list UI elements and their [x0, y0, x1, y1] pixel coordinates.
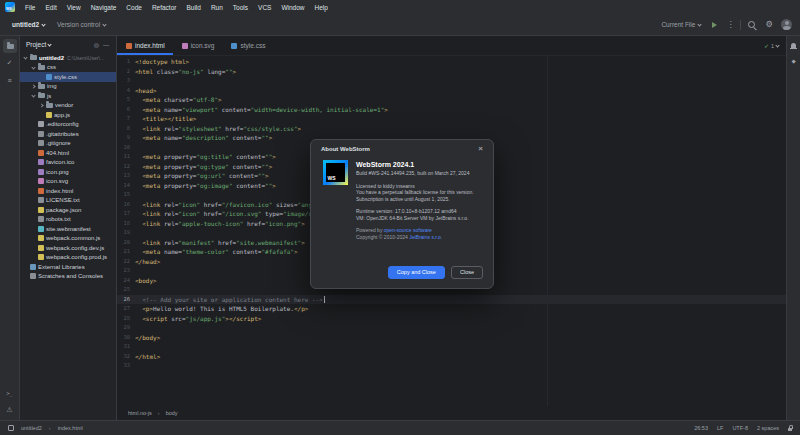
tree-item-icon.svg[interactable]: icon.svg — [20, 177, 116, 187]
tree-label: package.json — [46, 207, 81, 213]
notifications-icon[interactable] — [789, 40, 799, 50]
code-line-3[interactable]: 3 — [117, 76, 786, 86]
tree-item-img[interactable]: img — [20, 82, 116, 92]
file-encoding[interactable]: UTF-8 — [732, 425, 748, 431]
code-line-2[interactable]: 2<html class="no-js" lang=""> — [117, 67, 786, 77]
tree-item-app.js[interactable]: app.js — [20, 110, 116, 120]
project-widget[interactable]: untitled2 — [8, 19, 49, 30]
tab-index.html[interactable]: index.html — [117, 36, 173, 55]
code-line-8[interactable]: 8 <link rel="stylesheet" href="css/style… — [117, 124, 786, 134]
tree-item-Scratches and Consoles[interactable]: Scratches and Consoles — [20, 272, 116, 282]
commit-tool-icon[interactable]: ✓ — [3, 56, 17, 70]
code-line-27[interactable]: 27 <p>Hello world! This is HTML5 Boilerp… — [117, 304, 786, 314]
line-separator[interactable]: LF — [717, 425, 723, 431]
dialog-close-button[interactable]: × — [478, 145, 483, 153]
tree-item-favicon.ico[interactable]: favicon.ico — [20, 158, 116, 168]
line-number: 10 — [117, 143, 135, 153]
status-crumb-index.html[interactable]: index.html — [56, 424, 85, 432]
tree-label: style.css — [54, 74, 77, 80]
code-line-7[interactable]: 7 <title></title> — [117, 114, 786, 124]
tree-item-robots.txt[interactable]: robots.txt — [20, 215, 116, 225]
code-line-6[interactable]: 6 <meta name="viewport" content="width=d… — [117, 105, 786, 115]
settings-button[interactable]: ⚙ — [763, 20, 775, 29]
menu-help[interactable]: Help — [310, 3, 333, 12]
menu-navigate[interactable]: Navigate — [86, 3, 122, 12]
code-line-31[interactable]: 31 — [117, 342, 786, 352]
menu-code[interactable]: Code — [121, 3, 147, 12]
caret-position[interactable]: 26:53 — [694, 425, 708, 431]
tree-item-.gitignore[interactable]: .gitignore — [20, 139, 116, 149]
powered-prefix: Powered by — [356, 227, 384, 233]
menu-run[interactable]: Run — [206, 3, 228, 12]
tree-item-404.html[interactable]: 404.html — [20, 148, 116, 158]
tree-item-css[interactable]: css — [20, 63, 116, 73]
code-line-1[interactable]: 1<!doctype html> — [117, 57, 786, 67]
copy-and-close-button[interactable]: Copy and Close — [388, 266, 445, 280]
project-name: untitled2 — [12, 21, 39, 28]
tree-item-.gitattributes[interactable]: .gitattributes — [20, 129, 116, 139]
menu-build[interactable]: Build — [181, 3, 205, 12]
tree-item-index.html[interactable]: index.html — [20, 186, 116, 196]
menu-file[interactable]: File — [20, 3, 40, 12]
indent-style[interactable]: 2 spaces — [757, 425, 779, 431]
tree-item-style.css[interactable]: style.css — [20, 72, 116, 82]
ai-assistant-icon[interactable]: ◆ — [789, 56, 799, 66]
open-source-link[interactable]: open-source software — [384, 227, 432, 233]
code-line-4[interactable]: 4<head> — [117, 86, 786, 96]
tool-window-switcher-icon[interactable] — [8, 425, 14, 431]
tree-label: app.js — [54, 112, 70, 118]
code-line-32[interactable]: 32</html> — [117, 352, 786, 362]
tree-item-js[interactable]: js — [20, 91, 116, 101]
tree-item-LICENSE.txt[interactable]: LICENSE.txt — [20, 196, 116, 206]
tree-label: External Libraries — [38, 264, 85, 270]
code-line-28[interactable]: 28 <script src="js/app.js"></script> — [117, 314, 786, 324]
hide-panel-icon[interactable]: — — [102, 42, 110, 48]
tree-item-icon.png[interactable]: icon.png — [20, 167, 116, 177]
menu-view[interactable]: View — [62, 3, 86, 12]
close-button[interactable]: Close — [451, 266, 483, 280]
breadcrumb-body[interactable]: body — [164, 409, 180, 417]
tree-item-vendor[interactable]: vendor — [20, 101, 116, 111]
readonly-lock-icon[interactable] — [788, 428, 792, 431]
project-panel-title[interactable]: Project — [26, 41, 46, 48]
vcs-widget[interactable]: Version control — [53, 19, 110, 30]
code-line-33[interactable]: 33 — [117, 361, 786, 371]
tree-item-site.webmanifest[interactable]: site.webmanifest — [20, 224, 116, 234]
tree-item-webpack.common.js[interactable]: webpack.common.js — [20, 234, 116, 244]
menu-window[interactable]: Window — [276, 3, 309, 12]
tree-item-package.json[interactable]: package.json — [20, 205, 116, 215]
run-button[interactable] — [712, 22, 717, 28]
tree-item-webpack.config.dev.js[interactable]: webpack.config.dev.js — [20, 243, 116, 253]
breadcrumb-html.no-js[interactable]: html.no-js — [126, 409, 154, 417]
code-text: <link rel="apple-touch-icon" href="icon.… — [135, 219, 305, 229]
menu-vcs[interactable]: VCS — [253, 3, 276, 12]
tree-item-webpack.config.prod.js[interactable]: webpack.config.prod.js — [20, 253, 116, 263]
search-everywhere-button[interactable] — [747, 20, 757, 30]
locate-file-icon[interactable]: ◎ — [93, 41, 100, 48]
terminal-tool-icon[interactable]: >_ — [3, 386, 17, 400]
structure-tool-icon[interactable]: ≡ — [3, 73, 17, 87]
tree-item-untitled2[interactable]: untitled2C:\Users\User\WebstormProjects\… — [20, 53, 116, 63]
code-line-5[interactable]: 5 <meta charset="utf-8"> — [117, 95, 786, 105]
tab-style.css[interactable]: style.css — [222, 36, 273, 55]
inspections-widget[interactable]: ✓ 1 — [764, 42, 786, 49]
menu-edit[interactable]: Edit — [40, 3, 61, 12]
menu-tools[interactable]: Tools — [228, 3, 253, 12]
tab-icon.svg[interactable]: icon.svg — [173, 36, 223, 55]
code-text: <link rel="stylesheet" href="css/style.c… — [135, 124, 301, 134]
code-line-26[interactable]: 26 <!-- Add your site or application con… — [117, 295, 786, 305]
problems-tool-icon[interactable]: ⚠ — [3, 403, 17, 417]
menu-refactor[interactable]: Refactor — [147, 3, 182, 12]
code-line-29[interactable]: 29 — [117, 323, 786, 333]
code-line-30[interactable]: 30</body> — [117, 333, 786, 343]
jetbrains-link[interactable]: JetBrains s.r.o. — [409, 234, 442, 240]
tree-item-.editorconfig[interactable]: .editorconfig — [20, 120, 116, 130]
project-tool-icon[interactable] — [3, 39, 17, 53]
tree-item-External Libraries[interactable]: External Libraries — [20, 262, 116, 272]
code-text: <p>Hello world! This is HTML5 Boilerplat… — [135, 304, 308, 314]
more-actions-button[interactable]: ⋮ — [724, 21, 736, 29]
run-config-selector[interactable]: Current File — [657, 19, 705, 30]
profile-avatar[interactable] — [781, 19, 792, 30]
run-config-label: Current File — [661, 21, 695, 28]
status-crumb-untitled2[interactable]: untitled2 — [19, 424, 44, 432]
